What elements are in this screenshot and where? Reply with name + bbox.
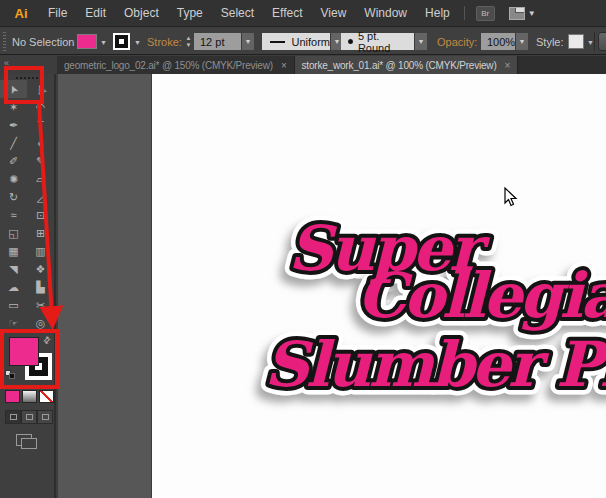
spinner-up-icon[interactable]: ▲ — [186, 35, 192, 42]
document-setup-button[interactable]: Document Setup — [598, 32, 606, 51]
workspace: ➤▷✶◠✒T╱●✐✎✺▱↻◿≈⊡◱⊞▦▥◥❖☁▙▭✂☞◎ ⇄ — [0, 74, 606, 498]
selection-tool[interactable]: ➤ — [0, 80, 27, 98]
stroke-weight-stepper[interactable]: ▲ ▼ — [184, 33, 193, 50]
opacity-input[interactable]: 100% — [481, 33, 515, 50]
profile-line-icon — [270, 41, 285, 43]
screen-mode-button[interactable] — [16, 434, 38, 450]
menu-effect[interactable]: Effect — [263, 2, 311, 24]
logo-artwork[interactable]: Super Collegial Slumber Prince Super Col… — [152, 74, 606, 498]
slice-tool[interactable]: ✂ — [27, 296, 54, 314]
menu-help[interactable]: Help — [416, 2, 459, 24]
symbol-sprayer-tool[interactable]: ☁ — [0, 278, 27, 296]
close-icon[interactable]: × — [505, 60, 511, 71]
tools-panel-collapse-button[interactable]: « — [0, 56, 57, 74]
blend-tool[interactable]: ❖ — [27, 260, 54, 278]
mesh-tool-icon: ▦ — [8, 245, 18, 258]
stroke-weight-input[interactable]: 12 pt — [194, 33, 241, 50]
opacity-panel-link[interactable]: Opacity: — [437, 36, 477, 48]
menu-edit[interactable]: Edit — [76, 2, 115, 24]
stroke-weight-dropdown[interactable]: ▼ — [241, 33, 254, 50]
hand-tool-icon: ☞ — [9, 317, 19, 330]
paintbrush-tool[interactable]: ✐ — [0, 152, 27, 170]
magic-wand-tool[interactable]: ✶ — [0, 98, 27, 116]
color-button[interactable] — [5, 390, 20, 403]
fill-color-swatch[interactable] — [77, 34, 97, 49]
default-fill-stroke-icon[interactable] — [5, 370, 15, 379]
chevron-down-icon: ▼ — [528, 9, 536, 18]
tools-grid: ➤▷✶◠✒T╱●✐✎✺▱↻◿≈⊡◱⊞▦▥◥❖☁▙▭✂☞◎ — [0, 80, 54, 332]
pen-tool[interactable]: ✒ — [0, 116, 27, 134]
menu-view[interactable]: View — [312, 2, 356, 24]
style-caret-icon[interactable]: ▼ — [587, 39, 594, 46]
graphic-style-swatch[interactable] — [568, 34, 584, 49]
width-profile-select[interactable]: Uniform — [262, 33, 330, 50]
pencil-tool-icon: ✎ — [36, 155, 45, 168]
column-graph-tool-icon: ▙ — [36, 281, 44, 294]
menu-select[interactable]: Select — [212, 2, 263, 24]
eyedropper-tool[interactable]: ◥ — [0, 260, 27, 278]
stroke-color-swatch[interactable] — [113, 33, 130, 50]
gradient-button[interactable] — [22, 390, 37, 403]
eraser-tool[interactable]: ▱ — [27, 170, 54, 188]
menu-type[interactable]: Type — [168, 2, 212, 24]
width-tool[interactable]: ≈ — [0, 206, 27, 224]
gradient-tool[interactable]: ▥ — [27, 242, 54, 260]
scale-tool[interactable]: ◿ — [27, 188, 54, 206]
draw-normal-button[interactable] — [5, 410, 21, 424]
width-profile-value: Uniform — [291, 36, 330, 48]
type-tool-icon: T — [37, 119, 44, 131]
line-segment-tool[interactable]: ╱ — [0, 134, 27, 152]
pencil-tool[interactable]: ✎ — [27, 152, 54, 170]
column-graph-tool[interactable]: ▙ — [27, 278, 54, 296]
draw-behind-button[interactable] — [21, 410, 37, 424]
illustrator-window: Ai FileEditObjectTypeSelectEffectViewWin… — [0, 0, 606, 498]
direct-selection-tool[interactable]: ▷ — [27, 80, 54, 98]
workspace-switcher-button[interactable]: ▼ — [509, 7, 536, 20]
panel-grip[interactable] — [3, 32, 6, 51]
document-tab-2[interactable]: storke_work_01.ai* @ 100% (CMYK/Preview)… — [295, 56, 519, 74]
rotate-tool[interactable]: ↻ — [0, 188, 27, 206]
eyedropper-tool-icon: ◥ — [9, 263, 17, 276]
fill-indicator[interactable] — [9, 337, 39, 366]
tabs-container: geometric_logo_02.ai* @ 150% (CMYK/Previ… — [57, 56, 518, 74]
brush-dropdown[interactable]: ▼ — [414, 33, 427, 50]
perspective-grid-tool[interactable]: ⊞ — [27, 224, 54, 242]
menu-file[interactable]: File — [39, 2, 76, 24]
rotate-tool-icon: ↻ — [9, 191, 18, 204]
menu-window[interactable]: Window — [355, 2, 416, 24]
bridge-button[interactable]: Br — [476, 6, 495, 21]
spinner-down-icon[interactable]: ▼ — [186, 42, 192, 49]
brush-select[interactable]: 5 pt. Round — [341, 33, 414, 50]
hand-tool[interactable]: ☞ — [0, 314, 27, 332]
direct-selection-tool-icon: ▷ — [33, 82, 48, 95]
paintbrush-tool-icon: ✐ — [9, 155, 18, 168]
drawing-mode-buttons — [5, 410, 53, 424]
close-icon[interactable]: × — [281, 60, 287, 71]
free-transform-tool[interactable]: ⊡ — [27, 206, 54, 224]
lasso-tool[interactable]: ◠ — [27, 98, 54, 116]
stroke-ring-icon — [115, 35, 128, 48]
swap-fill-stroke-icon[interactable]: ⇄ — [41, 334, 53, 346]
document-tab-1[interactable]: geometric_logo_02.ai* @ 150% (CMYK/Previ… — [57, 56, 295, 74]
menu-object[interactable]: Object — [115, 2, 168, 24]
artboard-tool[interactable]: ▭ — [0, 296, 27, 314]
draw-inside-button[interactable] — [37, 410, 53, 424]
stroke-panel-link[interactable]: Stroke: — [147, 36, 182, 48]
pasteboard[interactable] — [58, 74, 151, 498]
selection-status: No Selection — [12, 36, 74, 48]
none-button[interactable] — [39, 390, 54, 403]
zoom-tool[interactable]: ◎ — [27, 314, 54, 332]
tab-title: storke_work_01.ai* @ 100% (CMYK/Preview) — [302, 60, 497, 71]
slice-tool-icon: ✂ — [36, 299, 45, 312]
paint-mode-buttons — [5, 390, 54, 403]
shape-builder-tool[interactable]: ◱ — [0, 224, 27, 242]
ellipse-tool[interactable]: ● — [27, 134, 54, 152]
fill-caret-icon[interactable]: ▼ — [100, 39, 107, 46]
artboard[interactable]: Super Collegial Slumber Prince Super Col… — [151, 74, 606, 498]
opacity-dropdown[interactable]: ▼ — [515, 33, 528, 50]
blob-brush-tool[interactable]: ✺ — [0, 170, 27, 188]
pen-tool-icon: ✒ — [9, 119, 18, 132]
mesh-tool[interactable]: ▦ — [0, 242, 27, 260]
stroke-caret-icon[interactable]: ▼ — [134, 39, 141, 46]
type-tool[interactable]: T — [27, 116, 54, 134]
